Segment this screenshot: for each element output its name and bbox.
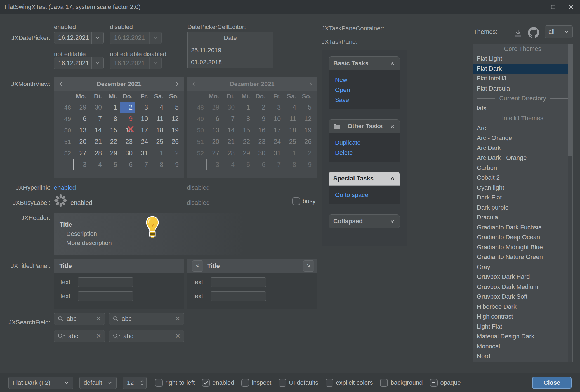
calendar-cell[interactable]: 1 xyxy=(105,102,120,113)
search-input[interactable] xyxy=(67,315,93,322)
calendar-cell[interactable]: 9 xyxy=(166,159,181,170)
prev-month-button[interactable] xyxy=(58,82,63,87)
calendar-cell[interactable]: 22 xyxy=(105,136,120,148)
calendar-cell[interactable]: 29 xyxy=(74,102,89,113)
calendar-cell[interactable]: 3 xyxy=(74,159,89,170)
hyperlink-enabled[interactable]: enabled xyxy=(54,184,76,191)
taskpane-group-header[interactable]: Basic Tasks xyxy=(329,56,400,70)
scrollbar-thumb[interactable] xyxy=(568,44,572,156)
datepicker-dropdown-button[interactable] xyxy=(91,57,103,69)
style-combo[interactable]: default xyxy=(79,377,117,389)
spinner-buttons[interactable] xyxy=(138,377,146,389)
toolbar-checkbox[interactable]: enabled xyxy=(202,379,234,387)
calendar-cell[interactable]: 27 xyxy=(74,148,89,159)
theme-list-item[interactable]: Gruvbox Dark Hard xyxy=(473,272,572,282)
theme-list-item[interactable]: Cobalt 2 xyxy=(473,173,572,183)
table-row[interactable]: 01.02.2018 xyxy=(188,56,273,68)
search-field-with-menu[interactable]: ✕ xyxy=(54,330,105,342)
theme-list-item[interactable]: Nord xyxy=(473,351,572,362)
calendar-cell[interactable]: 6 xyxy=(74,113,89,125)
theme-list-item[interactable]: Gruvbox Dark Medium xyxy=(473,282,572,292)
theme-list-item[interactable]: Dark purple xyxy=(473,203,572,213)
panel-prev-button[interactable]: < xyxy=(192,260,203,272)
task-link[interactable]: New xyxy=(335,75,400,85)
calendar-cell[interactable]: 17 xyxy=(135,125,151,136)
search-dropdown-icon[interactable] xyxy=(58,333,65,339)
date-column-header[interactable]: Date xyxy=(188,32,273,44)
calendar-cell[interactable]: 7 xyxy=(89,113,105,125)
theme-list-item[interactable]: Gradianto Dark Fuchsia xyxy=(473,222,572,232)
toolbar-checkbox[interactable]: opaque xyxy=(430,379,461,387)
theme-list-item[interactable]: lafs xyxy=(473,103,572,113)
calendar-cell[interactable]: 24 xyxy=(135,136,151,148)
theme-list-item[interactable]: Flat Light xyxy=(473,54,572,64)
calendar-cell[interactable]: 10 xyxy=(135,113,151,125)
calendar-cell[interactable]: 12 xyxy=(166,113,181,125)
maximize-button[interactable] xyxy=(544,0,562,14)
theme-list-item[interactable]: Gradianto Nature Green xyxy=(473,252,572,262)
datepicker-dropdown-button[interactable] xyxy=(91,32,103,44)
search-field[interactable]: ✕ xyxy=(54,313,105,325)
theme-filter-combo[interactable]: all xyxy=(545,25,573,38)
calendar-cell[interactable]: 13 xyxy=(74,125,89,136)
search-input[interactable] xyxy=(123,332,173,340)
toolbar-checkbox[interactable]: inspect xyxy=(241,379,271,387)
taskpane-group-header[interactable]: Other Tasks xyxy=(329,119,400,133)
search-field-with-menu[interactable]: ✕ xyxy=(109,330,184,342)
calendar-cell[interactable]: 8 xyxy=(151,159,166,170)
calendar-cell[interactable]: 19 xyxy=(166,125,181,136)
laf-combo[interactable]: Flat Dark (F2) xyxy=(8,377,73,389)
font-size-spinner[interactable]: 12 xyxy=(123,377,147,389)
calendar-cell[interactable]: 5 xyxy=(166,102,181,113)
calendar-cell[interactable]: 5 xyxy=(105,159,120,170)
search-input[interactable] xyxy=(68,332,93,340)
theme-list-item[interactable]: Flat Darcula xyxy=(473,84,572,94)
clear-icon[interactable]: ✕ xyxy=(96,315,101,322)
calendar-cell[interactable]: 20 xyxy=(74,136,89,148)
task-link[interactable]: Delete xyxy=(335,148,400,158)
theme-list-item[interactable]: Material Design Dark xyxy=(473,332,572,342)
theme-list-item[interactable]: Dark Flat xyxy=(473,193,572,203)
scrollbar-track[interactable] xyxy=(568,44,572,362)
taskpane-group-header[interactable]: Special Tasks xyxy=(329,172,400,186)
datepicker-value[interactable]: 16.12.2021 xyxy=(54,34,91,41)
theme-list-item[interactable]: Monocai xyxy=(473,341,572,351)
search-dropdown-icon[interactable] xyxy=(113,333,121,339)
next-month-button[interactable] xyxy=(175,82,180,87)
theme-list-item[interactable]: Arc - Orange xyxy=(473,133,572,143)
calendar-cell[interactable]: 3 xyxy=(135,102,151,113)
toolbar-checkbox[interactable]: background xyxy=(380,379,423,387)
calendar-cell[interactable]: 11 xyxy=(151,113,166,125)
calendar-cell[interactable]: 30 xyxy=(120,148,135,159)
github-button[interactable] xyxy=(527,27,540,39)
datepicker-not-editable[interactable]: 16.12.2021 xyxy=(54,57,104,69)
task-link[interactable]: Go to space xyxy=(335,190,400,200)
text-input[interactable] xyxy=(78,277,133,287)
busy-checkbox[interactable]: busy xyxy=(292,197,315,205)
calendar-cell[interactable]: 8 xyxy=(105,113,120,125)
calendar-cell[interactable]: 2 xyxy=(166,148,181,159)
theme-list-item[interactable]: Gradianto Deep Ocean xyxy=(473,232,572,243)
minimize-button[interactable] xyxy=(526,0,544,14)
calendar-cell[interactable]: 9 xyxy=(120,113,135,125)
theme-list-item[interactable]: Arc xyxy=(473,123,572,133)
calendar-cell[interactable]: 30 xyxy=(89,102,105,113)
clear-icon[interactable]: ✕ xyxy=(96,332,101,340)
calendar-cell[interactable]: 21 xyxy=(89,136,105,148)
theme-list-item[interactable]: Light Flat xyxy=(473,322,572,332)
download-button[interactable] xyxy=(513,28,524,39)
clear-icon[interactable]: ✕ xyxy=(175,315,180,322)
toolbar-checkbox[interactable]: explicit colors xyxy=(326,379,373,387)
calendar-cell[interactable]: 1 xyxy=(151,148,166,159)
theme-list-item[interactable]: Gradianto Midnight Blue xyxy=(473,242,572,252)
calendar-cell[interactable]: 26 xyxy=(166,136,181,148)
calendar-cell[interactable]: 16 xyxy=(120,125,135,136)
calendar-cell[interactable]: 15 xyxy=(105,125,120,136)
toolbar-checkbox[interactable]: UI defaults xyxy=(279,379,318,387)
clear-icon[interactable]: ✕ xyxy=(175,332,180,340)
theme-list-item[interactable]: Arc Dark xyxy=(473,143,572,153)
theme-list-item[interactable]: Gray xyxy=(473,262,572,272)
calendar-cell[interactable]: 23 xyxy=(120,136,135,148)
calendar-cell[interactable]: 14 xyxy=(89,125,105,136)
calendar-cell[interactable]: 29 xyxy=(105,148,120,159)
